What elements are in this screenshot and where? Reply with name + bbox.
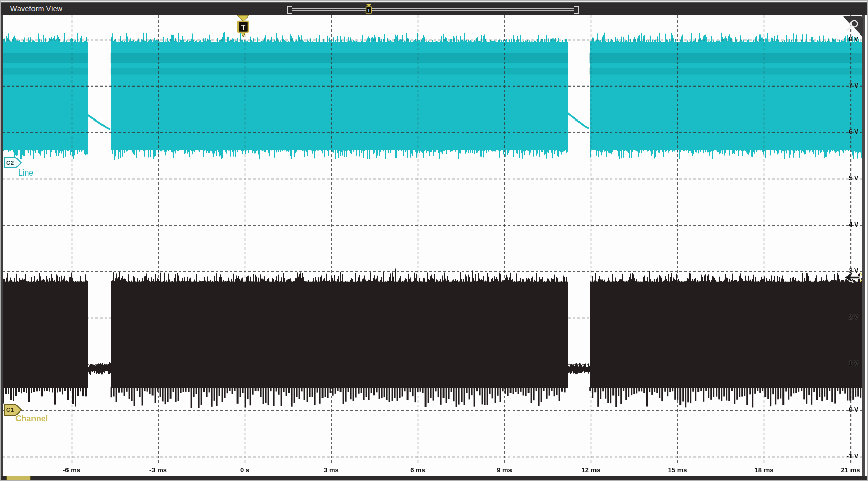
x-axis-tick-label: 0 s: [240, 466, 249, 474]
pan-trigger-triangle-icon: [366, 4, 372, 7]
channel-badge-c2[interactable]: C2: [4, 157, 22, 169]
x-axis-tick-label: -6 ms: [63, 466, 80, 474]
horizontal-pan-indicator[interactable]: T: [287, 6, 579, 14]
y-axis-tick-label: -1 V: [847, 453, 858, 460]
x-axis-tick-label: 12 ms: [582, 466, 601, 474]
pan-trigger-icon[interactable]: T: [365, 4, 373, 16]
y-axis-tick-label: 7 V: [849, 82, 858, 89]
trigger-label: T: [241, 23, 246, 31]
x-axis-tick-label: -3 ms: [149, 466, 167, 474]
clipped-badge: [6, 476, 31, 480]
pan-bracket-left[interactable]: [287, 6, 292, 14]
x-axis-tick-label: 15 ms: [668, 466, 687, 474]
x-axis-tick-label: 9 ms: [497, 466, 512, 474]
window-edge-right: [862, 15, 865, 477]
pan-track-line-bottom: [292, 10, 574, 11]
x-axis-tick-label: 18 ms: [755, 466, 774, 474]
waveform-view-window: Waveform View T T 8 V7 V6 V5 V4 V3 V2 V1…: [0, 0, 868, 481]
trigger-triangle-icon: [237, 15, 249, 21]
bottom-bar: [1, 476, 867, 480]
trigger-tail-icon: [241, 32, 245, 37]
pan-track-line-top: [292, 8, 574, 9]
waveform-display[interactable]: [1, 1, 868, 481]
y-axis-tick-label: 0 V: [849, 406, 858, 414]
x-axis-tick-label: 3 ms: [324, 466, 339, 474]
y-axis-tick-label: 5 V: [849, 175, 858, 182]
window-title: Waveform View: [10, 5, 62, 13]
y-axis-tick-label: 1 V: [849, 360, 858, 367]
cursor-arrow-icon: [844, 272, 862, 283]
x-axis-tick-label: 6 ms: [410, 466, 426, 474]
c2-badge-label: C2: [6, 160, 14, 166]
mouse-cursor: [844, 271, 864, 286]
window-edge-left: [1, 15, 3, 476]
x-axis-tick-label: 21 ms: [841, 466, 860, 474]
channel-name-c2: Line: [18, 168, 33, 178]
window-titlebar[interactable]: Waveform View T: [1, 2, 867, 15]
y-axis-tick-label: 4 V: [849, 221, 858, 228]
zoom-corner-button[interactable]: [840, 16, 863, 39]
y-axis-tick-label: 6 V: [849, 128, 858, 135]
y-axis-tick-label: 2 V: [849, 314, 858, 321]
channel-name-c1: Channel: [15, 414, 48, 423]
pan-trigger-label: T: [367, 8, 370, 13]
pan-bracket-right[interactable]: [574, 6, 579, 14]
c1-badge-label: C1: [6, 407, 14, 413]
trigger-marker[interactable]: T: [235, 15, 251, 39]
